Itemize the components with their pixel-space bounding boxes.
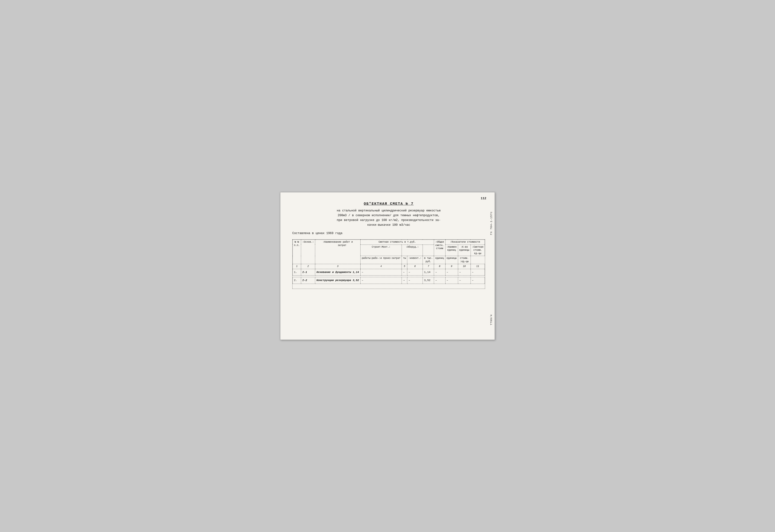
row2-name: Конструкции резервуара 3,52	[315, 277, 361, 284]
col-num-3: 3	[315, 264, 361, 269]
main-table: № №п.п. :Основ.: :Наименование работ и з…	[292, 239, 485, 289]
row2-col5: –	[360, 277, 402, 284]
col-num-4: 4	[360, 264, 402, 269]
col-header-naimen: :Наименединиц	[445, 245, 458, 256]
table-col-numbers: 1 2 3 4 5 6 7 8 9 10 11	[293, 264, 485, 269]
row1-col7: –	[407, 269, 423, 276]
side-label-bottom: 7799/4	[490, 314, 493, 325]
col-header-smetnaya: :Сметнаястоим.ед-цы	[470, 245, 485, 256]
row1-col5: –	[360, 269, 402, 276]
col-header-name: :Наименование работ и затрат	[315, 240, 361, 264]
col-header-total: :Общаясметн.стоим	[434, 240, 445, 256]
row1-basic: I-1	[301, 269, 315, 276]
col-header-raboty: работы:рабо-:и произ:затрат	[360, 256, 402, 264]
row1-col9: –	[434, 269, 445, 276]
col-num-7: 7	[423, 264, 434, 269]
row2-col11: –	[458, 277, 470, 284]
col-num-5: 5	[402, 264, 407, 269]
title-section: ОБ"ЕКТНАЯ СМЕТА № 7 на стальной вертикал…	[292, 202, 485, 227]
row1-col11: –	[458, 269, 470, 276]
col-header-estimate-cost: Сметная стоимость в т.руб.	[360, 240, 434, 245]
row2-col12: –	[470, 277, 485, 284]
col-num-10: 10	[458, 264, 470, 269]
table-header-row-1: № №п.п. :Основ.: :Наименование работ и з…	[293, 240, 485, 245]
col-header-ty: ты	[402, 256, 407, 264]
composed-line: Составлена в ценах 1969 года	[292, 232, 485, 235]
col-num-6: 6	[407, 264, 423, 269]
row1-col8: 1,14	[423, 269, 434, 276]
page-number-corner: 112	[481, 197, 486, 200]
row2-col8: 3,52	[423, 277, 434, 284]
col-header-rub: в тыс.руб.	[423, 256, 434, 264]
row2-col9: –	[434, 277, 445, 284]
col-header-indicators: :Показатели стоимости	[445, 240, 485, 245]
col-header-oborud: :Оборуд.:	[402, 245, 423, 256]
row1-col12: –	[470, 269, 485, 276]
row2-num: 2.	[293, 277, 301, 284]
row2-col7: –	[407, 277, 423, 284]
subtitle: на стальной вертикальный цилиндрический …	[292, 208, 485, 227]
row2-col10: –	[445, 277, 458, 284]
side-label-top: Гп 704-1-157с	[490, 211, 493, 235]
col-header-ed1: единиц	[434, 256, 445, 264]
table-row: 1. I-1 Основание и фундаменты 1,14 – – –…	[293, 269, 485, 276]
row1-col6: –	[402, 269, 407, 276]
row2-basic: I-2	[301, 277, 315, 284]
col-header-invent: :инвент.:	[407, 256, 423, 264]
col-header-num: № №п.п.	[293, 240, 301, 264]
col-num-8: 8	[434, 264, 445, 269]
col-header-stroitel: Строит:Монт.:	[360, 245, 402, 256]
main-title: ОБ"ЕКТНАЯ СМЕТА № 7	[292, 202, 485, 206]
col-header-ed2: единицы	[445, 256, 458, 264]
row1-col10: –	[445, 269, 458, 276]
col-header-stoim: стоим.:ед-цы	[458, 256, 470, 264]
document-page: Гп 704-1-157с 7799/4 112 ОБ"ЕКТНАЯ СМЕТА…	[280, 192, 495, 340]
col-header-prochih	[423, 245, 434, 256]
col-num-9: 9	[445, 264, 458, 269]
table-row: 2. I-2 Конструкции резервуара 3,52 – → –…	[293, 277, 485, 284]
row1-num: 1.	[293, 269, 301, 276]
row1-name: Основание и фундаменты 1,14	[315, 269, 361, 276]
col-num-2: 2	[301, 264, 315, 269]
col-header-basic: :Основ.:	[301, 240, 315, 264]
col-num-11: 11	[470, 264, 485, 269]
col-num-1: 1	[293, 264, 301, 269]
row2-col6: →	[402, 277, 407, 284]
col-header-kvo: :К-воединицы	[458, 245, 470, 256]
